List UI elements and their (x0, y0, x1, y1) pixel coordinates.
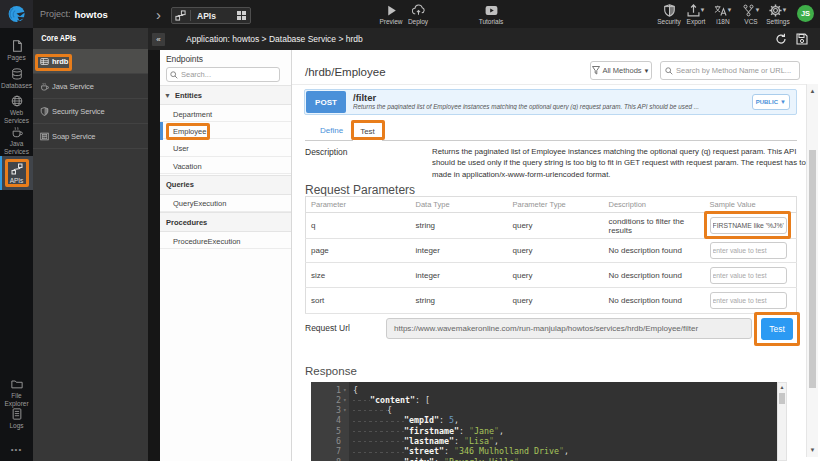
tab-test[interactable]: Test (352, 121, 383, 141)
play-icon (385, 4, 398, 17)
api-icon (11, 163, 23, 175)
cell-parameter: sort (306, 288, 411, 314)
endpoints-section-label: Entities (175, 91, 202, 100)
scroll-up-icon[interactable]: ▲ (807, 88, 818, 94)
refresh-icon[interactable] (775, 33, 787, 45)
topbar-action-label: i18N (716, 18, 729, 25)
endpoints-section-entities[interactable]: ▼Entities (160, 85, 291, 105)
core-apis-title: Core APIs (33, 28, 148, 49)
topbar-action-security[interactable]: Security (655, 0, 683, 28)
endpoint-item-queryexecution[interactable]: QueryExecution (160, 195, 291, 212)
topbar-action-tutorials[interactable]: Tutorials (477, 0, 505, 28)
topbar-action-preview[interactable]: Preview (377, 0, 405, 28)
service-item-hrdb[interactable]: hrdb (33, 49, 148, 74)
rail-item-apis[interactable]: APIs (0, 163, 33, 185)
public-access-dropdown[interactable]: PUBLIC ▼ (752, 94, 790, 110)
export-icon: ▼ (687, 4, 706, 17)
topbar-action-label: Preview (379, 18, 402, 25)
cell-parameter: size (306, 263, 411, 288)
endpoints-section-procedures[interactable]: Procedures (160, 212, 291, 232)
main-scrollbar-thumb[interactable] (809, 150, 816, 388)
sample-value-input[interactable] (710, 242, 787, 259)
save-icon[interactable] (796, 33, 808, 45)
fold-icon[interactable]: ▾ (343, 395, 351, 405)
endpoint-row[interactable]: POST /filter Returns the paginated list … (304, 89, 797, 115)
table-column-data-type: Data Type (411, 197, 508, 213)
endpoint-item-label: Employee (173, 127, 206, 136)
topbar-action-label: Tutorials (479, 18, 504, 25)
endpoints-search[interactable]: Search... (166, 67, 280, 82)
service-item-label: hrdb (52, 57, 68, 66)
cell-parameter-type: query (508, 263, 604, 288)
rail-item-java-services[interactable]: JavaServices (0, 126, 33, 155)
folder-icon (11, 378, 23, 390)
gear-icon: ▼ (769, 4, 788, 17)
rail-item-file-explorer[interactable]: FileExplorer (0, 378, 33, 407)
line-number: 7 (311, 446, 341, 456)
fold-icon[interactable]: ▾ (343, 405, 351, 415)
fold-icon[interactable]: ▾ (343, 385, 351, 395)
all-methods-dropdown[interactable]: All Methods ▼ (590, 61, 652, 80)
rail-item-databases[interactable]: Databases (0, 68, 33, 90)
breadcrumb: Application: howtos > Database Service >… (186, 34, 363, 44)
endpoint-item-user[interactable]: User (160, 140, 291, 157)
endpoint-item-employee[interactable]: Employee (160, 122, 291, 139)
sample-value-input[interactable] (710, 217, 787, 234)
rail-item-label: APIs (10, 177, 24, 185)
code-text: "empId": 5, (353, 415, 459, 425)
rail-item-pages[interactable]: Pages (0, 40, 33, 62)
topbar-action-deploy[interactable]: Deploy (404, 0, 432, 28)
endpoints-section-label: Queries (166, 180, 194, 189)
code-text: { (353, 405, 392, 415)
tab-define[interactable]: Define (320, 126, 343, 135)
service-item-security-service[interactable]: Security Service (33, 99, 148, 124)
topbar-action-vcs[interactable]: ▼VCS (737, 0, 765, 28)
page-title: /hrdb/Employee (305, 66, 386, 78)
topbar-action-export[interactable]: ▼Export (682, 0, 710, 28)
cell-parameter: q (306, 213, 411, 239)
code-text: "city": "Beverly Hills", (353, 457, 524, 461)
method-search[interactable]: Search by Method Name or URL... (660, 61, 800, 80)
rail-overflow-menu[interactable]: ••• (0, 445, 33, 454)
request-url-input[interactable]: https://www.wavemakeronline.com/run-manj… (386, 318, 752, 339)
endpoint-item-vacation[interactable]: Vacation (160, 157, 291, 174)
scroll-down-icon[interactable]: ▼ (807, 447, 818, 453)
collapse-panel-button[interactable]: « (152, 33, 165, 46)
breadcrumb-bar: « Application: howtos > Database Service… (148, 28, 820, 50)
cell-sample-value (705, 263, 797, 288)
description-text: Returns the paginated list of Employee i… (432, 146, 812, 180)
grid-icon[interactable] (237, 11, 246, 20)
indent-guide (353, 427, 404, 435)
topbar-action-label: Export (687, 18, 706, 25)
rail-item-web-services[interactable]: WebServices (0, 95, 33, 124)
sample-value-input[interactable] (710, 267, 787, 284)
service-item-soap-service[interactable]: Soap Service (33, 124, 148, 149)
wavemaker-logo[interactable] (0, 0, 33, 28)
endpoint-item-procedureexecution[interactable]: ProcedureExecution (160, 232, 291, 249)
topbar-action-settings[interactable]: ▼Settings (764, 0, 792, 28)
test-button[interactable]: Test (761, 318, 793, 340)
selected-endpoint-indicator (160, 122, 163, 139)
database-icon (11, 68, 23, 80)
line-number: 2 (311, 395, 341, 405)
cell-sample-value (705, 239, 797, 263)
service-item-java-service[interactable]: Java Service (33, 74, 148, 99)
vcs-icon: ▼ (742, 4, 761, 17)
endpoints-section-queries[interactable]: Queries (160, 175, 291, 195)
sample-value-input[interactable] (710, 292, 787, 309)
apis-tab[interactable]: APIs (171, 7, 251, 24)
topbar-action-i18n[interactable]: ▼i18N (709, 0, 737, 28)
editor-scrollbar-thumb[interactable] (779, 393, 785, 404)
endpoint-item-department[interactable]: Department (160, 105, 291, 122)
main-scrollbar[interactable]: ▲ ▼ (806, 84, 818, 457)
editor-scrollbar[interactable]: ▲ (777, 382, 787, 461)
user-avatar[interactable]: JS (797, 5, 814, 22)
rail-item-label: Databases (1, 82, 32, 90)
rail-item-logs[interactable]: Logs (0, 408, 33, 430)
topbar-action-label: Settings (766, 18, 790, 25)
rail-item-label: Logs (9, 422, 23, 430)
scroll-up-icon[interactable]: ▲ (778, 383, 786, 392)
code-text: "lastname": "Lisa", (353, 436, 499, 446)
table-column-parameter: Parameter (306, 197, 411, 213)
response-editor[interactable]: 1▾{2▾"content": [3▾{4"empId": 5,5"firstn… (311, 382, 777, 461)
